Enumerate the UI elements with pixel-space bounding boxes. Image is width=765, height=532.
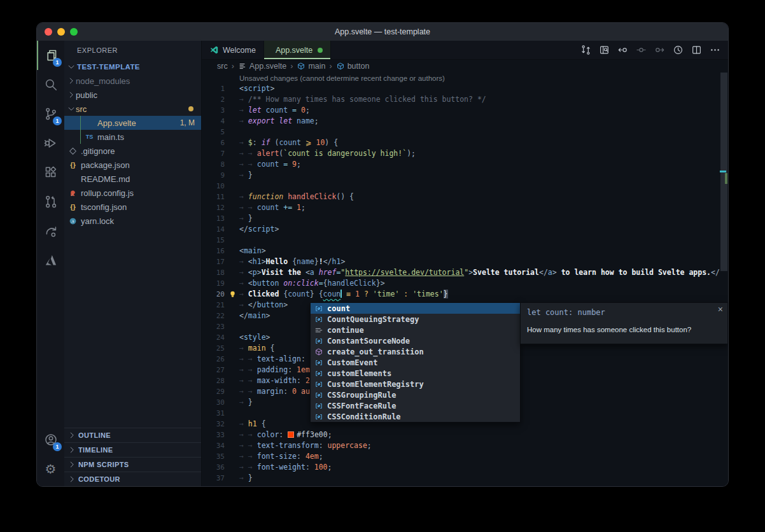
- code-line[interactable]: 15: [202, 235, 720, 246]
- more-actions-button[interactable]: [708, 43, 722, 57]
- activity-item-github-pull-requests[interactable]: [37, 187, 64, 216]
- code-line[interactable]: 33→ → color: #ff3e00;: [202, 430, 720, 440]
- code-line[interactable]: 14</script>: [202, 224, 720, 235]
- tab-app-svelte[interactable]: App.svelte: [264, 41, 331, 59]
- current-change-button[interactable]: [634, 43, 648, 57]
- activity-item-search[interactable]: [37, 70, 64, 99]
- file-row-rollup-config-js[interactable]: rollup.config.js: [64, 186, 201, 200]
- section-codetour[interactable]: CODETOUR: [64, 472, 201, 486]
- code-line[interactable]: 16<main>: [202, 246, 720, 256]
- file-label: main.ts: [97, 132, 124, 142]
- activity-item-settings[interactable]: ⚙: [37, 454, 64, 484]
- line-number: 20: [202, 289, 225, 300]
- file-label: package.json: [81, 160, 130, 170]
- breadcrumb-item-app-svelte[interactable]: App.svelte: [238, 62, 286, 71]
- workspace-label: TEST-TEMPLATE: [77, 63, 140, 71]
- workspace-root-row[interactable]: TEST-TEMPLATE: [64, 60, 201, 74]
- line-number: 17: [202, 256, 225, 267]
- code-line[interactable]: 18→ <p>Visit the <a href="https://svelte…: [202, 267, 720, 278]
- code-line[interactable]: 10: [202, 181, 720, 192]
- code-line[interactable]: 35→ → font-size: 4em;: [202, 451, 720, 462]
- breadcrumb-item-src[interactable]: src: [217, 62, 228, 71]
- compare-changes-button[interactable]: [579, 43, 593, 57]
- suggest-item-count[interactable]: count: [311, 303, 520, 314]
- symbol-keyword-icon: [313, 326, 325, 335]
- code-line[interactable]: 2→ /** How many times has someone clicke…: [202, 94, 720, 105]
- breadcrumb-label: button: [347, 62, 370, 71]
- code-line[interactable]: 7→ → alert(`count is dangerously high!`)…: [202, 148, 720, 159]
- code-line[interactable]: 9→ }: [202, 170, 720, 181]
- file-row-tsconfig-json[interactable]: {}tsconfig.json: [64, 200, 201, 214]
- suggest-item-customelementregistry[interactable]: CustomElementRegistry: [311, 379, 520, 389]
- code-line[interactable]: 36→ → font-weight: 100;: [202, 462, 720, 473]
- file-row-main-ts[interactable]: TSmain.ts: [64, 130, 201, 144]
- suggest-item-countqueuingstrategy[interactable]: CountQueuingStrategy: [311, 314, 520, 325]
- section-outline[interactable]: OUTLINE: [64, 428, 201, 442]
- code-line[interactable]: 19→ <button on:click={handleClick}>: [202, 278, 720, 289]
- line-number: 24: [202, 332, 225, 343]
- file-row-app-svelte[interactable]: App.svelte1, M: [64, 116, 201, 130]
- suggest-item-cssgroupingrule[interactable]: CSSGroupingRule: [311, 389, 520, 400]
- tab-welcome[interactable]: Welcome: [202, 41, 264, 59]
- editor-scrollbar[interactable]: [720, 73, 728, 486]
- code-line[interactable]: 4→ export let name;: [202, 116, 720, 127]
- activity-item-source-control[interactable]: 1: [37, 99, 64, 129]
- chevron-right-icon: [67, 90, 76, 99]
- file-row-public[interactable]: public: [64, 88, 201, 102]
- file-row-package-json[interactable]: {}package.json: [64, 158, 201, 172]
- activity-item-run-and-debug[interactable]: [37, 129, 64, 158]
- previous-change-icon: [617, 45, 628, 55]
- code-line[interactable]: 17→ <h1>Hello {name}!</h1>: [202, 256, 720, 267]
- file-row-readme-md[interactable]: README.md: [64, 172, 201, 186]
- line-number: 29: [202, 386, 225, 397]
- activity-item-azure[interactable]: [37, 246, 64, 275]
- file-row-node-modules[interactable]: node_modules: [64, 74, 201, 88]
- file-row-yarn-lock[interactable]: yarn.lock: [64, 214, 201, 228]
- section-label: OUTLINE: [78, 431, 111, 439]
- suggest-item-continue[interactable]: continue: [311, 325, 520, 335]
- code-line[interactable]: 11→ function handleClick() {: [202, 192, 720, 202]
- activity-item-extensions[interactable]: [37, 158, 64, 187]
- code-line[interactable]: 37→ }: [202, 473, 720, 484]
- file-row--gitignore[interactable]: .gitignore: [64, 144, 201, 158]
- code-line[interactable]: 13→ }: [202, 213, 720, 224]
- split-editor-button[interactable]: [689, 43, 703, 57]
- line-number: 34: [202, 440, 225, 451]
- suggest-item-cssconditionrule[interactable]: CSSConditionRule: [311, 411, 520, 422]
- code-line[interactable]: 34→ → text-transform: uppercase;: [202, 440, 720, 451]
- history-button[interactable]: [671, 43, 685, 57]
- suggest-item-constantsourcenode[interactable]: ConstantSourceNode: [311, 335, 520, 346]
- open-preview-icon: [599, 45, 610, 55]
- code-line[interactable]: 3→ let count = 0;: [202, 105, 720, 116]
- activity-item-live-share[interactable]: [37, 216, 64, 246]
- breadcrumb-item-button[interactable]: button: [336, 62, 370, 71]
- file-row-src[interactable]: src: [64, 102, 201, 116]
- next-change-button[interactable]: [652, 43, 666, 57]
- open-preview-button[interactable]: [597, 43, 611, 57]
- line-content: → let count = 0;: [239, 106, 310, 115]
- close-icon[interactable]: ×: [718, 305, 723, 314]
- activity-item-explorer[interactable]: 1: [37, 41, 64, 70]
- code-line[interactable]: 1<script>: [202, 83, 720, 94]
- suggest-item-customelements[interactable]: customElements: [311, 368, 520, 379]
- previous-change-button[interactable]: [615, 43, 629, 57]
- code-line[interactable]: 5: [202, 127, 720, 137]
- section-npm-scripts[interactable]: NPM SCRIPTS: [64, 457, 201, 472]
- suggest-label: create_out_transition: [327, 347, 424, 356]
- vscode-window: App.svelte — test-template 11 1⚙ EXPLORE…: [36, 22, 729, 487]
- section-timeline[interactable]: TIMELINE: [64, 442, 201, 457]
- activity-item-accounts[interactable]: 1: [37, 425, 64, 454]
- suggest-item-customevent[interactable]: CustomEvent: [311, 357, 520, 368]
- breadcrumb-item-main[interactable]: main: [297, 62, 325, 71]
- suggest-item-create_out_transition[interactable]: create_out_transition: [311, 346, 520, 357]
- suggest-item-cssfontfacerule[interactable]: CSSFontFaceRule: [311, 400, 520, 411]
- code-line[interactable]: 6→ $: if (count ⩾ 10) {: [202, 137, 720, 148]
- code-line[interactable]: 8→ → count = 9;: [202, 159, 720, 170]
- suggest-label: CSSGroupingRule: [327, 391, 396, 400]
- code-line[interactable]: 20→ Clicked {count} {coun ≡ 1 ? 'time' :…: [202, 289, 720, 300]
- tab-label: App.svelte: [276, 46, 312, 55]
- code-line[interactable]: 12→ → count += 1;: [202, 202, 720, 213]
- code-editor[interactable]: Unsaved changes (cannot determine recent…: [202, 73, 720, 486]
- symbol-variable-icon: [313, 315, 325, 324]
- run-and-debug-icon: [44, 136, 58, 150]
